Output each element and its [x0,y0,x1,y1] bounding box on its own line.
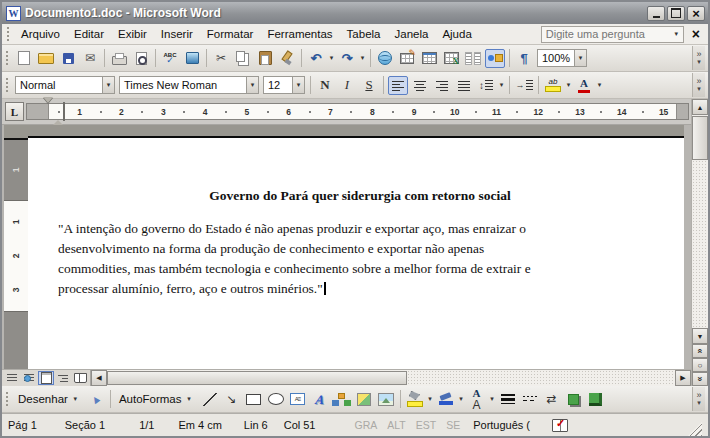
first-line-indent-marker[interactable] [43,97,53,125]
threed-style-button[interactable] [586,390,606,409]
menu-formatar[interactable]: Formatar [200,26,261,42]
show-hide-button[interactable]: ¶ [514,49,534,68]
toolbar-options-button[interactable] [692,73,705,97]
menu-janela[interactable]: Janela [388,26,436,42]
maximize-button[interactable] [667,6,685,21]
italic-button[interactable]: I [337,76,357,95]
horizontal-ruler[interactable]: 123456789101112131415 [26,103,689,120]
menu-close-icon[interactable] [692,26,700,42]
status-toggle-alt[interactable]: ALT [387,419,405,431]
open-folder-button[interactable] [36,49,56,68]
scroll-left-button[interactable]: ◀ [91,370,107,386]
toolbar-drag-handle[interactable] [5,391,10,407]
menu-arquivo[interactable]: Arquivo [14,26,67,42]
highlight-dropdown-icon[interactable]: ▾ [564,81,573,89]
menu-ferramentas[interactable]: Ferramentas [260,26,339,42]
print-button[interactable] [109,49,129,68]
cut-button[interactable]: ✂ [211,49,231,68]
autoshapes-menu-dropdown-icon[interactable]: ▾ [185,395,194,403]
increase-indent-button[interactable] [514,76,534,95]
rectangle-button[interactable] [244,390,264,409]
hanging-indent-marker[interactable] [53,98,63,125]
next-page-button[interactable]: » [692,372,708,386]
draw-font-color-dropdown-icon[interactable]: ▾ [488,395,497,403]
spelling-status-icon[interactable] [552,419,568,432]
tab-selector-button[interactable]: L [5,102,24,121]
arrow-style-button[interactable]: ⇄ [542,390,562,409]
line-spacing-button[interactable] [476,76,496,95]
toolbar-options-button[interactable] [692,387,705,411]
vertical-scroll-thumb[interactable] [692,116,708,160]
text-box-button[interactable] [288,390,308,409]
status-toggle-gra[interactable]: GRA [354,419,377,431]
undo-dropdown-icon[interactable]: ▾ [327,54,336,62]
status-toggle-se[interactable]: SE [446,419,460,431]
question-dropdown-icon[interactable]: ▾ [670,27,683,42]
toolbar-drag-handle[interactable] [6,26,11,42]
line-button[interactable] [200,390,220,409]
menu-ajuda[interactable]: Ajuda [435,26,478,42]
web-layout-view-button[interactable] [21,371,37,385]
left-indent-marker[interactable] [63,102,65,121]
horizontal-scroll-thumb[interactable] [107,371,407,385]
insert-excel-button[interactable] [441,49,461,68]
minimize-button[interactable] [647,6,665,21]
diagram-button[interactable] [332,390,352,409]
zoom-dropdown-icon[interactable]: ▾ [574,50,586,66]
line-color-dropdown-icon[interactable]: ▾ [457,395,466,403]
insert-table-button[interactable] [419,49,439,68]
tables-and-borders-button[interactable] [397,49,417,68]
menu-inserir[interactable]: Inserir [154,26,200,42]
style-combo[interactable]: Normal ▾ [15,76,115,94]
redo-button[interactable]: ↷ [337,49,357,68]
font-color-button[interactable] [574,76,594,95]
underline-button[interactable]: S [359,76,379,95]
align-center-button[interactable] [410,76,430,95]
menu-exibir[interactable]: Exibir [111,26,154,42]
wordart-button[interactable]: A [308,390,331,409]
insert-hyperlink-button[interactable] [375,49,395,68]
scroll-right-button[interactable]: ▶ [675,370,691,386]
resize-grip[interactable] [688,422,702,436]
scroll-up-button[interactable]: ▲ [692,99,708,115]
vertical-scroll-track[interactable] [692,160,708,328]
horizontal-scroll-track[interactable] [407,370,675,386]
email-button[interactable] [80,49,100,68]
scroll-down-button[interactable]: ▼ [692,328,708,344]
oval-button[interactable] [266,390,286,409]
copy-button[interactable] [233,49,253,68]
draw-menu-button[interactable]: Desenhar▾ [13,389,85,409]
reading-layout-view-button[interactable] [72,371,88,385]
print-preview-button[interactable] [131,49,151,68]
highlight-button[interactable] [543,76,563,95]
fill-color-button[interactable] [405,390,425,409]
format-painter-button[interactable] [277,49,297,68]
picture-button[interactable] [376,390,396,409]
save-button[interactable] [58,49,78,68]
question-input[interactable] [542,28,670,40]
status-toggle-est[interactable]: EST [416,419,436,431]
spelling-button[interactable] [160,49,180,68]
indent-markers[interactable] [43,103,54,122]
toolbar-options-button[interactable] [692,46,705,70]
fill-color-dropdown-icon[interactable]: ▾ [426,395,435,403]
justify-button[interactable] [454,76,474,95]
menu-editar[interactable]: Editar [67,26,111,42]
dash-style-button[interactable] [520,390,540,409]
drawing-button[interactable] [485,49,505,68]
arrow-button[interactable]: ↘ [222,390,242,409]
select-objects-button[interactable] [86,390,106,409]
style-dropdown-icon[interactable]: ▾ [102,77,114,93]
document-page[interactable]: Governo do Pará quer siderurgia com reto… [28,138,684,369]
font-size-combo[interactable]: 12 ▾ [263,76,305,94]
clip-art-button[interactable] [354,390,374,409]
toolbar-drag-handle[interactable] [5,50,10,66]
menu-tabela[interactable]: Tabela [340,26,388,42]
print-layout-view-button[interactable] [38,371,54,385]
zoom-combo[interactable]: 100%▾ [537,49,587,67]
research-button[interactable] [182,49,202,68]
normal-view-button[interactable] [4,371,20,385]
previous-page-button[interactable]: « [692,344,708,358]
shadow-style-button[interactable] [564,390,584,409]
paste-button[interactable] [255,49,275,68]
